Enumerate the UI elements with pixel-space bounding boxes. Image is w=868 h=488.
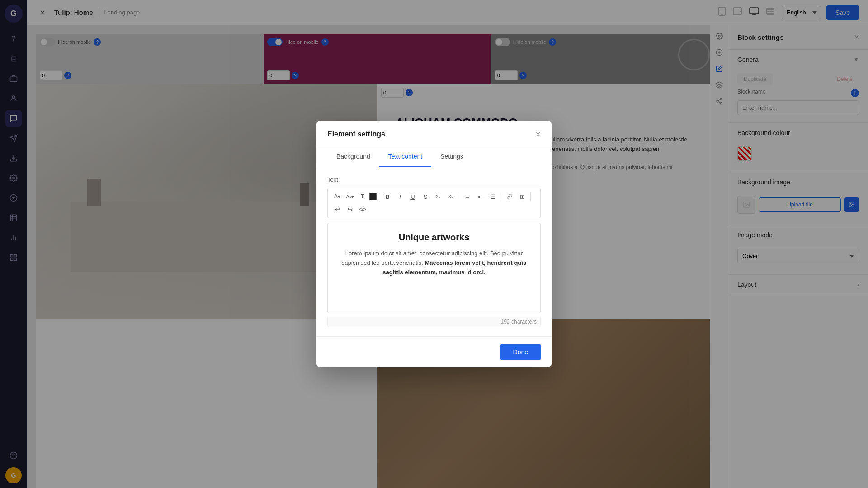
char-count: 192 characters: [327, 317, 541, 327]
editor-body: Lorem ipsum dolor sit amet, consectetur …: [337, 249, 531, 277]
toolbar-divider-4: [530, 192, 531, 201]
modal-header: Element settings ×: [316, 121, 552, 146]
color-picker-btn[interactable]: [369, 193, 377, 200]
modal-overlay[interactable]: Element settings × Background Text conte…: [0, 0, 868, 488]
align-btn[interactable]: ≡: [462, 191, 473, 202]
code-btn[interactable]: </>: [357, 203, 368, 215]
tab-text-content[interactable]: Text content: [379, 146, 432, 167]
font-family-btn[interactable]: T: [357, 191, 368, 202]
toolbar-divider-2: [459, 192, 459, 201]
underline-btn[interactable]: U: [407, 191, 419, 202]
element-settings-modal: Element settings × Background Text conte…: [316, 121, 552, 367]
superscript-btn[interactable]: Xs: [432, 191, 444, 202]
modal-footer: Done: [316, 336, 552, 367]
editor-heading: Unique artworks: [337, 232, 531, 243]
toolbar-divider-1: [379, 192, 379, 201]
font-size-btn[interactable]: A▾: [331, 191, 343, 202]
list-btn[interactable]: ☰: [487, 191, 499, 202]
undo-btn[interactable]: ↩: [331, 203, 343, 215]
done-button[interactable]: Done: [500, 344, 541, 360]
toolbar-divider-3: [501, 192, 501, 201]
text-toolbar: A▾ A₁▾ T B I U S Xs Xs ≡ ⇤ ☰ ⊞: [327, 188, 541, 218]
font-size2-btn[interactable]: A₁▾: [344, 191, 356, 202]
tab-settings[interactable]: Settings: [431, 146, 472, 167]
bold-btn[interactable]: B: [382, 191, 393, 202]
table-btn[interactable]: ⊞: [516, 191, 528, 202]
modal-tabs: Background Text content Settings: [316, 146, 552, 167]
modal-close-button[interactable]: ×: [535, 130, 541, 139]
subscript-btn[interactable]: Xs: [445, 191, 457, 202]
strikethrough-btn[interactable]: S: [420, 191, 431, 202]
redo-btn[interactable]: ↪: [344, 203, 356, 215]
text-label: Text: [327, 176, 541, 183]
modal-title: Element settings: [327, 130, 385, 138]
indent-left-btn[interactable]: ⇤: [474, 191, 486, 202]
italic-btn[interactable]: I: [394, 191, 406, 202]
modal-body: Text A▾ A₁▾ T B I U S Xs Xs ≡ ⇤ ☰: [316, 167, 552, 336]
tab-background[interactable]: Background: [327, 146, 379, 167]
link-btn[interactable]: [504, 191, 515, 202]
text-editor[interactable]: Unique artworks Lorem ipsum dolor sit am…: [327, 223, 541, 313]
